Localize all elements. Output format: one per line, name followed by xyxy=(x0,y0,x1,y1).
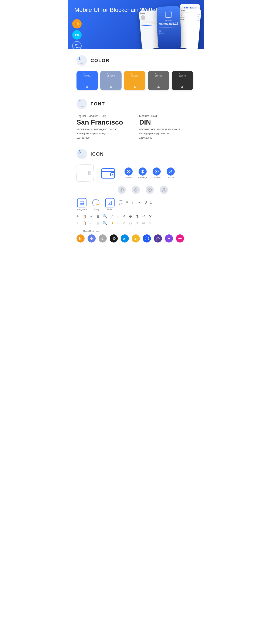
chevron-left-icon: ‹ xyxy=(118,214,119,219)
icon-assets-gray xyxy=(116,186,127,194)
wing-icon xyxy=(110,234,118,242)
wallet-icon-sketch-outer xyxy=(76,164,94,182)
svg-text:Z: Z xyxy=(134,237,136,240)
mangment-label: Mangment xyxy=(77,208,87,211)
color-section-title: COLOR xyxy=(90,58,110,63)
font-sf-name: San Francisco xyxy=(76,118,133,126)
swap-icon-gray: ⇌ xyxy=(142,221,145,226)
order-icon xyxy=(105,198,114,208)
utility-icons-row: 💬 ≡ ☾ ● 🗨 ℹ xyxy=(118,198,152,205)
swatch-dot xyxy=(110,86,112,88)
font-sf-lower: abcdefghijklmnopqrstuvwxyz xyxy=(76,132,133,135)
svg-point-21 xyxy=(163,188,165,190)
icon-mangment: Mangment xyxy=(76,198,87,211)
main-nav-icons: Assets Exchange Discover xyxy=(123,168,176,179)
color-section-header: 1 ONE COLOR xyxy=(76,55,196,66)
icon-discover-gray xyxy=(144,186,155,194)
font-sf-style: Regular · Medium · Bold xyxy=(76,114,133,118)
upload-icon: ⬆ xyxy=(136,214,139,219)
font-sf: Regular · Medium · Bold San Francisco AB… xyxy=(76,114,133,140)
profile-icon-label: Profile xyxy=(168,176,174,179)
font-din-name: DIN xyxy=(139,118,196,126)
swatch-dot xyxy=(158,86,160,88)
svg-text:D: D xyxy=(123,237,125,240)
share-icon-gray: ↗ xyxy=(122,221,126,226)
discover-icon xyxy=(152,168,161,176)
icon-section: 3 THREE ICON xyxy=(76,149,196,242)
plus-icon: + xyxy=(76,214,79,219)
gray-nav-icons xyxy=(76,186,196,194)
stack-icon: ≡ xyxy=(126,200,128,205)
section-number-1: 1 ONE xyxy=(76,55,87,66)
svg-point-15 xyxy=(156,171,157,172)
order-label: Order xyxy=(107,208,112,211)
crescent-icon: ☾ xyxy=(132,200,135,205)
chat2-icon: 🗨 xyxy=(144,200,147,205)
icon-profile: Profile xyxy=(165,168,176,179)
font-din-lower: abcdefghijklmnopqrstuvwxyz xyxy=(139,132,196,135)
swap-icon: ⇌ xyxy=(142,214,145,219)
settings-icon-gray: ⚙ xyxy=(129,221,132,226)
icon-exchange-gray xyxy=(130,186,141,194)
dash-icon: D xyxy=(121,234,129,242)
waves-icon xyxy=(143,234,151,242)
mangment-icon xyxy=(77,198,86,208)
svg-text:₿: ₿ xyxy=(79,237,80,240)
swatch-gray-blue: #8DA0C8 xyxy=(100,71,122,90)
exchange-icon-label: Exchange xyxy=(138,176,147,179)
share-icon: ↗ xyxy=(122,214,126,219)
ltc-icon: Ł xyxy=(98,234,107,242)
font-din-upper: ABCDEFGHIJKLMNOPQRSTUVWXYZ xyxy=(139,128,196,131)
tool-icons-row-gray: + 📋 ✓ ⊞ 🔍 ★ ‹ ↗ ⚙ ⬆ ⇌ ✕ xyxy=(76,221,196,226)
icon-exchange: Exchange xyxy=(137,168,148,179)
assets-icon-gray xyxy=(118,186,126,194)
plus-icon-gray: + xyxy=(76,221,79,226)
tool-icons-row-blue: + 📋 ✓ ⊞ 🔍 ☆ ‹ ↗ ⚙ ⬆ ⇌ ✕ xyxy=(76,214,196,219)
icon-profile-gray xyxy=(158,186,169,194)
swatch-dot xyxy=(181,86,184,88)
btc-icon: ₿ xyxy=(76,234,84,242)
unknown-crypto-icon xyxy=(176,234,184,242)
star-icon: ☆ xyxy=(111,214,114,219)
swatch-dark-gray: #666666 xyxy=(148,71,169,90)
wallet-icon-blue-container xyxy=(100,164,117,182)
section-number-digit: 2 xyxy=(78,100,81,104)
hero-section: Mobile UI for Blockchain Wallet UI Kit P… xyxy=(68,0,204,49)
profile-icon xyxy=(166,168,175,176)
svg-rect-8 xyxy=(102,169,115,178)
font-section-header: 2 TWO FONT xyxy=(76,98,196,109)
assets-icon xyxy=(124,168,132,176)
settings-icon: ⚙ xyxy=(129,214,132,219)
svg-point-16 xyxy=(170,170,172,172)
swatch-dot xyxy=(134,86,136,88)
app-icons-row: Mangment History xyxy=(76,198,196,211)
section-number-word: TWO xyxy=(80,106,84,108)
swatch-hex: #3574FA xyxy=(84,73,91,77)
hero-badges: Ps 60+Screens xyxy=(72,19,82,49)
profile-icon-gray xyxy=(160,186,168,194)
list-icon-gray: 📋 xyxy=(82,221,86,225)
font-din-style: Medium · Bold xyxy=(139,114,196,118)
qr-icon-gray: ⊞ xyxy=(96,221,99,225)
phone-mockups: Profile + myWallet $6,297,502.12 BTC ETH… xyxy=(140,6,200,49)
swatch-hex: #F5A623 xyxy=(131,73,138,77)
svg-point-41 xyxy=(179,238,180,239)
svg-point-11 xyxy=(112,174,113,175)
section-number-3: 3 THREE xyxy=(76,149,87,160)
section-number-digit: 3 xyxy=(78,150,81,154)
icon-assets: Assets xyxy=(123,168,134,179)
swatch-dot xyxy=(86,86,88,88)
chat-icon: 💬 xyxy=(118,200,123,205)
crypto-icons-row: ₿ Ł D Z xyxy=(76,234,196,242)
font-din: Medium · Bold DIN ABCDEFGHIJKLMNOPQRSTUV… xyxy=(139,114,196,140)
swatch-blue: #3574FA xyxy=(76,71,98,90)
icon-section-header: 3 THREE ICON xyxy=(76,149,196,160)
swatch-orange: #F5A623 xyxy=(124,71,145,90)
close-icon: ✕ xyxy=(149,214,152,219)
ps-badge: Ps xyxy=(72,30,82,40)
font-sf-upper: ABCDEFGHIJKLMNOPQRSTUVWXYZ xyxy=(76,128,133,131)
screens-badge: 60+Screens xyxy=(72,41,82,49)
icon-order: Order xyxy=(104,198,115,211)
close-icon-gray: ✕ xyxy=(149,221,152,226)
check-icon-gray: ✓ xyxy=(90,221,93,226)
